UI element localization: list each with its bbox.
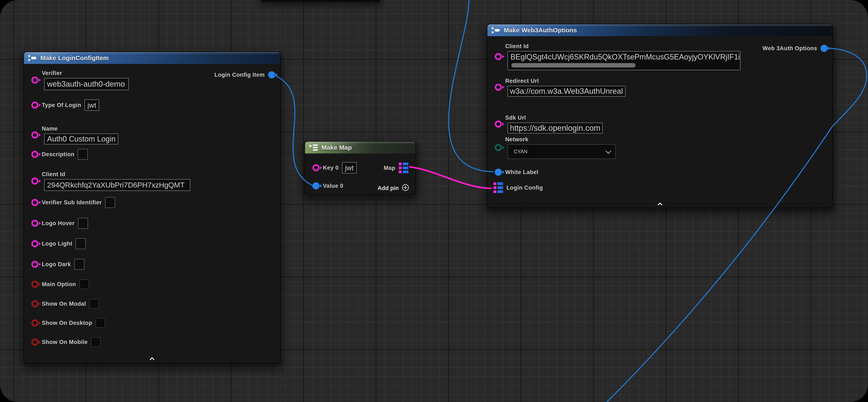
description-input[interactable] (78, 149, 88, 160)
pin-label: Description (42, 151, 74, 158)
pin-web-3auth-options-output[interactable] (820, 45, 828, 52)
pin-label: Logo Light (42, 240, 72, 247)
add-pin-label: Add pin (378, 185, 399, 192)
pin-main-option[interactable] (31, 281, 38, 288)
wire-map-to-login-config[interactable] (409, 167, 492, 189)
pin-row-main-option: Main Option (31, 280, 89, 289)
pin-client-id[interactable] (495, 53, 502, 60)
logo-dark-input[interactable] (74, 259, 85, 270)
pin-label: Verifier Sub Identifier (42, 199, 102, 206)
blueprint-graph-canvas[interactable]: Make LoginConfigItem Verifier web3auth-a… (0, 0, 868, 402)
pin-row-verifier: Verifier web3auth-auth0-demo (31, 70, 129, 90)
pin-row-name: Name Auth0 Custom Login (31, 125, 118, 144)
pin-row-logo-hover: Logo Hover (31, 218, 88, 229)
pin-label: Verifier (42, 70, 129, 77)
pin-show-on-desktop[interactable] (31, 319, 38, 326)
client-id-input[interactable]: BEglQSgt4cUWcj6SKRdu5QkOXTsePmMcusG5EAoy… (507, 51, 741, 70)
pin-row-verifier-sub-identifier: Verifier Sub Identifier (31, 197, 115, 208)
pin-label: Client Id (42, 171, 190, 178)
node-title: Make Map (321, 144, 352, 151)
client-id-horizontal-scrollbar[interactable] (511, 63, 636, 67)
node-header[interactable]: Make LoginConfigItem (24, 52, 280, 64)
pin-row-sdk-url: Sdk Url https://sdk.openlogin.com (495, 114, 603, 134)
wire-offscreen-to-white-label[interactable] (449, 0, 493, 172)
chevron-down-icon (606, 148, 611, 154)
pin-login-config-item-output[interactable] (268, 71, 275, 79)
pin-row-client-id: Client Id BEglQSgt4cUWcj6SKRdu5QkOXTsePm… (495, 43, 741, 70)
name-input[interactable]: Auth0 Custom Login (44, 134, 118, 144)
pin-logo-dark[interactable] (31, 261, 38, 268)
pin-show-on-modal[interactable] (31, 300, 38, 307)
node-header[interactable]: Make Map (305, 142, 415, 153)
pin-label: Map (383, 165, 395, 171)
pin-key-0[interactable] (312, 164, 319, 171)
pin-name[interactable] (31, 132, 38, 139)
pin-client-id[interactable] (31, 177, 38, 184)
pin-row-login-config: Login Config (493, 182, 543, 193)
add-pin-plus-icon (402, 184, 409, 193)
pin-row-web-3auth-options-output: Web 3Auth Options (763, 45, 828, 52)
pin-login-config[interactable] (493, 182, 503, 193)
pin-row-value-0: Value 0 (312, 182, 343, 190)
pin-label: Type Of Login (42, 102, 81, 109)
pin-map-output[interactable] (399, 163, 408, 173)
pin-verifier-sub-identifier[interactable] (31, 199, 38, 206)
verifier-input[interactable]: web3auth-auth0-demo (44, 78, 129, 90)
pin-logo-light[interactable] (31, 240, 38, 247)
key-0-input[interactable]: jwt (342, 162, 357, 173)
pin-row-show-on-mobile: Show On Mobile (31, 337, 101, 347)
node-make-map[interactable]: Make Map Key 0 jwt Map Value 0 Add pin (305, 141, 416, 195)
show-on-mobile-checkbox[interactable] (91, 337, 101, 347)
pin-label: White Label (505, 169, 538, 176)
node-title: Make LoginConfigItem (40, 54, 109, 62)
screenshot-frame: Make LoginConfigItem Verifier web3auth-a… (0, 0, 868, 402)
pin-row-type-of-login: Type Of Login jwt (31, 99, 99, 111)
pin-row-logo-light: Logo Light (31, 238, 86, 249)
pin-white-label[interactable] (495, 169, 502, 176)
collapse-node-chevron-icon[interactable] (657, 202, 663, 206)
redirect-url-input[interactable]: w3a://com.w3a.Web3AuthUnreal (507, 86, 626, 97)
node-make-web3authoptions[interactable]: Make Web3AuthOptions Client Id BEglQSgt4… (487, 24, 833, 208)
pin-label: Redirect Url (505, 78, 626, 84)
verifier-sub-identifier-input[interactable] (105, 197, 115, 208)
pin-row-show-on-modal: Show On Modal (31, 299, 99, 309)
node-title: Make Web3AuthOptions (504, 27, 577, 34)
pin-row-show-on-desktop: Show On Desktop (31, 318, 105, 328)
pin-label: Login Config Item (214, 71, 265, 78)
node-header[interactable]: Make Web3AuthOptions (487, 24, 833, 36)
collapse-node-chevron-icon[interactable] (149, 357, 155, 361)
sdk-url-input[interactable]: https://sdk.openlogin.com (507, 122, 603, 134)
logo-hover-input[interactable] (78, 218, 88, 229)
pin-label: Main Option (42, 281, 76, 288)
pin-type-of-login[interactable] (31, 102, 38, 109)
main-option-checkbox[interactable] (80, 280, 89, 289)
pin-label: Client Id (505, 43, 741, 50)
node-make-loginconfigitem[interactable]: Make LoginConfigItem Verifier web3auth-a… (24, 52, 281, 363)
pin-row-key-0: Key 0 jwt (312, 162, 357, 173)
pin-sdk-url[interactable] (495, 120, 502, 127)
pin-label: Show On Modal (42, 300, 86, 307)
pin-label: Value 0 (323, 182, 343, 189)
client-id-input[interactable]: 294QRkchfq2YaXUbPri7D6PH7xzHgQMT (44, 179, 190, 191)
pin-label: Show On Mobile (42, 339, 88, 345)
pin-redirect-url[interactable] (495, 84, 502, 91)
pin-logo-hover[interactable] (31, 220, 38, 227)
pin-row-white-label: White Label (495, 169, 538, 176)
show-on-modal-checkbox[interactable] (89, 299, 99, 309)
offscreen-node-bottom-edge (261, 0, 380, 2)
pin-verifier[interactable] (31, 77, 38, 84)
pin-description[interactable] (31, 151, 38, 158)
pin-row-logo-dark: Logo Dark (31, 259, 85, 270)
add-pin-button[interactable]: Add pin (378, 184, 409, 193)
show-on-desktop-checkbox[interactable] (96, 318, 105, 328)
logo-light-input[interactable] (75, 238, 86, 249)
pin-label: Key 0 (323, 165, 339, 171)
pin-row-map-output: Map (383, 163, 408, 173)
pin-show-on-mobile[interactable] (31, 339, 38, 346)
pin-value-0[interactable] (312, 182, 319, 190)
type-of-login-input[interactable]: jwt (85, 99, 99, 111)
pin-label: Logo Hover (42, 220, 74, 227)
pin-network[interactable] (495, 144, 502, 151)
pin-label: Login Config (506, 184, 543, 191)
network-dropdown[interactable]: CYAN (507, 144, 616, 159)
